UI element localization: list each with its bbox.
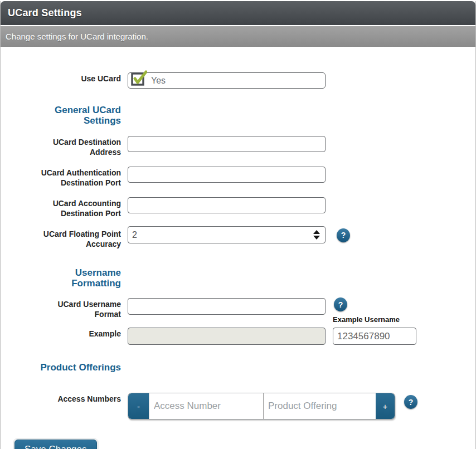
row-username-format: UCard Username Format ? Example Username: [1, 298, 475, 319]
ucard-settings-panel: UCard Settings Change settings for UCard…: [0, 1, 476, 449]
page-title: UCard Settings: [8, 7, 82, 19]
row-accounting-port: UCard Accounting Destination Port: [1, 197, 475, 218]
accounting-port-label: UCard Accounting Destination Port: [53, 199, 121, 218]
use-ucard-field[interactable]: Yes: [128, 72, 326, 89]
destination-address-label: UCard Destination Address: [53, 138, 121, 157]
access-numbers-widget: - +: [128, 393, 395, 419]
section-general-ucard-settings: General UCard Settings: [55, 105, 121, 126]
product-offering-input[interactable]: [263, 393, 376, 419]
row-section-username: Username Formatting: [1, 266, 475, 289]
arrow-up-icon: [313, 230, 320, 234]
row-example: Example: [1, 328, 475, 345]
title-bar: UCard Settings: [1, 1, 475, 25]
row-section-general: General UCard Settings: [1, 104, 475, 126]
use-ucard-value: Yes: [151, 76, 166, 86]
help-icon[interactable]: ?: [404, 395, 417, 409]
destination-address-input[interactable]: [128, 136, 326, 152]
row-floating-point-accuracy: UCard Floating Point Accuracy 2 ?: [1, 226, 475, 249]
accounting-port-input[interactable]: [128, 197, 326, 213]
example-username-input[interactable]: [333, 328, 416, 345]
settings-form: Use UCard Yes General UCard Settings: [1, 47, 475, 449]
help-icon[interactable]: ?: [334, 297, 347, 311]
select-spinner-icon: [313, 230, 320, 240]
row-access-numbers: Access Numbers - + ?: [1, 393, 475, 419]
section-username-formatting: Username Formatting: [71, 267, 121, 289]
username-format-label: UCard Username Format: [57, 300, 121, 319]
example-output-field: [128, 328, 326, 345]
access-number-input[interactable]: [149, 393, 263, 419]
row-authentication-port: UCard Authentication Destination Port: [1, 167, 475, 188]
use-ucard-label: Use UCard: [81, 74, 121, 83]
subtitle-bar: Change settings for UCard integration.: [1, 26, 475, 47]
example-label: Example: [89, 329, 121, 338]
authentication-port-input[interactable]: [128, 167, 326, 183]
remove-row-button[interactable]: -: [128, 393, 149, 419]
add-row-button[interactable]: +: [376, 393, 395, 419]
floating-point-accuracy-select[interactable]: 2: [128, 226, 326, 243]
section-product-offerings: Product Offerings: [40, 362, 121, 373]
floating-point-accuracy-label: UCard Floating Point Accuracy: [43, 230, 121, 248]
username-format-input[interactable]: [128, 298, 326, 315]
access-numbers-label: Access Numbers: [57, 394, 121, 403]
save-changes-button[interactable]: Save Changes: [14, 440, 97, 449]
page-subtitle: Change settings for UCard integration.: [6, 32, 148, 41]
row-use-ucard: Use UCard Yes: [1, 72, 475, 89]
row-destination-address: UCard Destination Address: [1, 136, 475, 157]
row-section-products: Product Offerings: [1, 361, 475, 373]
arrow-down-icon: [313, 236, 320, 240]
example-username-label: Example Username: [333, 315, 400, 324]
help-icon[interactable]: ?: [337, 228, 350, 242]
authentication-port-label: UCard Authentication Destination Port: [41, 168, 121, 187]
floating-point-accuracy-value: 2: [132, 230, 313, 240]
checked-checkbox-icon[interactable]: [130, 70, 147, 89]
